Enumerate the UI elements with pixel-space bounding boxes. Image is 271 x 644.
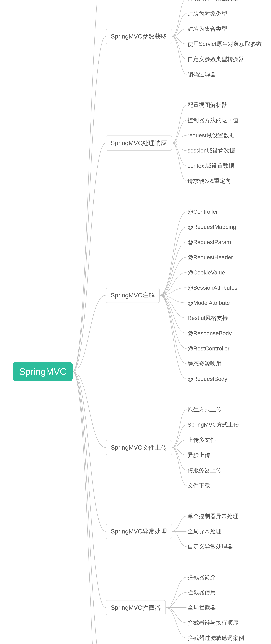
- leaf-node: @RequestParam: [187, 239, 231, 245]
- leaf-node: @ResponseBody: [187, 330, 232, 336]
- leaf-node: SpringMVC方式上传: [187, 421, 239, 428]
- branch-node: SpringMVC拦截器: [106, 600, 166, 615]
- leaf-node: 使用Servlet原生对象获取参数: [187, 40, 262, 48]
- leaf-node: @RequestHeader: [187, 254, 233, 260]
- branch-node: SpringMVC处理响应: [106, 136, 172, 151]
- leaf-node: 全局拦截器: [187, 604, 216, 612]
- leaf-node: @SessionAttributes: [187, 284, 237, 291]
- branch-node: SpringMVC文件上传: [106, 440, 172, 455]
- leaf-node: @CookieValue: [187, 269, 225, 276]
- leaf-node: 文件下载: [187, 482, 210, 489]
- leaf-node: 封装为集合类型: [187, 25, 227, 32]
- leaf-node: 自定义参数类型转换器: [187, 56, 244, 63]
- leaf-node: 封装为对象类型: [187, 10, 227, 18]
- leaf-node: 编码过滤器: [187, 70, 216, 78]
- root-node: SpringMVC: [13, 362, 73, 381]
- branch-node: SpringMVC异常处理: [106, 524, 172, 539]
- leaf-node: @RequestMapping: [187, 224, 236, 230]
- branch-node: SpringMVC参数获取: [106, 29, 172, 44]
- leaf-node: 上传多文件: [187, 436, 216, 444]
- leaf-node: 封装为简单数据类型: [187, 0, 238, 2]
- leaf-node: 配置视图解析器: [187, 101, 227, 109]
- leaf-node: @Controller: [187, 208, 218, 215]
- leaf-node: 自定义异常处理器: [187, 543, 233, 550]
- leaf-node: 拦截器链与执行顺序: [187, 619, 238, 626]
- leaf-node: @RequestBody: [187, 376, 227, 382]
- leaf-node: 拦截器使用: [187, 588, 216, 596]
- leaf-node: request域设置数据: [187, 132, 235, 139]
- leaf-node: 跨服务器上传: [187, 466, 221, 474]
- leaf-node: 控制器方法的返回值: [187, 116, 238, 124]
- leaf-node: session域设置数据: [187, 147, 235, 154]
- leaf-node: 静态资源映射: [187, 360, 221, 368]
- leaf-node: 请求转发&重定向: [187, 177, 231, 185]
- leaf-node: Restful风格支持: [187, 314, 228, 322]
- branch-node: SpringMVC注解: [106, 288, 160, 303]
- leaf-node: 单个控制器异常处理: [187, 512, 238, 520]
- leaf-node: 拦截器简介: [187, 574, 216, 581]
- leaf-node: context域设置数据: [187, 162, 234, 170]
- leaf-node: @RestController: [187, 345, 229, 352]
- mindmap-stage: CSDN @童小纯 SpringMVCSpringMVC入门SpringMVC简…: [0, 0, 271, 644]
- leaf-node: @ModelAttribute: [187, 300, 230, 306]
- leaf-node: 全局异常处理: [187, 528, 221, 535]
- leaf-node: 原生方式上传: [187, 406, 221, 413]
- leaf-node: 拦截器过滤敏感词案例: [187, 634, 244, 642]
- leaf-node: 异步上传: [187, 451, 210, 459]
